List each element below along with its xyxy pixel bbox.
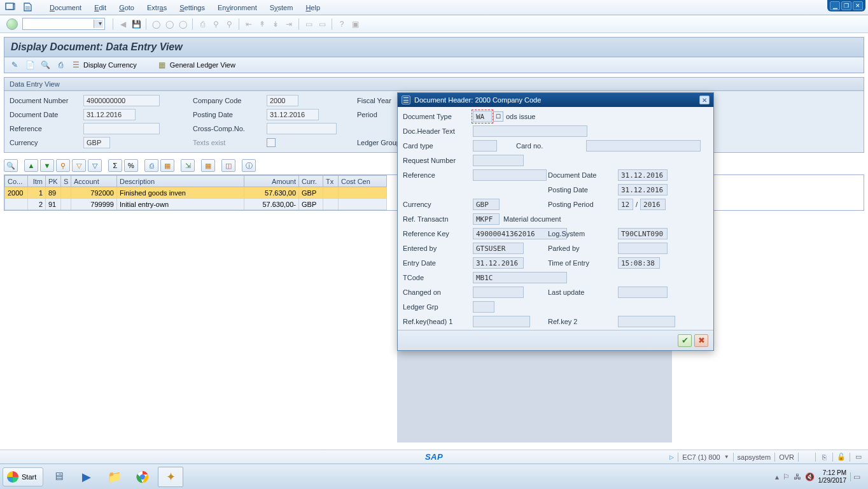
set-filter-button[interactable]: ▽ [88,159,102,172]
col-account[interactable]: Account [71,176,117,187]
lock-icon[interactable]: 🔓 [837,453,846,462]
message-triangle-icon[interactable]: ▷ [669,454,674,460]
back-nav-icon[interactable]: ◯ [150,18,162,30]
posting-period-2-value[interactable]: 2016 [640,199,666,210]
d-docdate-value[interactable]: 31.12.2016 [618,169,668,181]
window-menu-icon[interactable] [5,3,17,13]
cancel-icon[interactable]: ◯ [177,18,188,30]
total-button[interactable]: Σ [108,159,122,172]
shortcut-icon[interactable]: ▭ [316,18,328,30]
find-next-icon[interactable]: ⚲ [223,18,235,30]
find-button[interactable]: ⚲ [56,159,70,172]
tcode-value[interactable]: MB1C [473,272,567,283]
first-page-icon[interactable]: ⇤ [243,18,255,30]
d-currency-value[interactable]: GBP [473,199,500,210]
show-hidden-icon[interactable]: ▴ [775,472,779,481]
company-code-value[interactable]: 2000 [267,95,298,106]
reference-value[interactable] [83,123,160,134]
crosscomp-value[interactable] [267,123,337,134]
next-page-icon[interactable]: ↡ [270,18,281,30]
menu-help[interactable]: Help [299,3,326,13]
parked-by-value[interactable] [618,243,668,254]
col-costcen[interactable]: Cost Cen [339,176,387,187]
card-type-value[interactable] [473,140,497,152]
export-button[interactable]: ⇲ [181,159,195,172]
entry-date-value[interactable]: 31.12.2016 [473,257,524,269]
back-icon[interactable]: ◀ [117,18,129,30]
enter-button[interactable] [6,18,18,30]
col-desc[interactable]: Description [117,176,244,187]
col-pk[interactable]: PK [46,176,61,187]
network-tray-icon[interactable]: 🖧 [794,472,801,481]
help-icon[interactable]: ? [336,18,347,30]
close-button[interactable]: ✕ [853,1,863,10]
sort-asc-button[interactable]: ▲ [24,159,38,172]
currency-value[interactable]: GBP [83,137,110,148]
abap-icon[interactable]: ⎘ [820,453,829,462]
dialog-cancel-button[interactable]: ✖ [694,334,708,347]
last-page-icon[interactable]: ⇥ [283,18,295,30]
filter-button[interactable]: ▽ [72,159,86,172]
restore-button[interactable]: ❐ [841,1,851,10]
display-currency-button[interactable]: ☰Display Currency [71,60,137,70]
table-row[interactable]: 2000189792000Finished goods inven57.630,… [5,187,387,199]
other-doc-icon[interactable]: 📄 [25,60,35,70]
views-button[interactable]: ▦ [160,159,174,172]
save-icon[interactable]: 💾 [130,18,142,30]
menu-document[interactable]: Document [43,3,88,13]
header-text-value[interactable] [473,125,587,137]
info-button[interactable]: ⓘ [242,159,256,172]
changed-on-value[interactable] [473,287,524,298]
graphic-button[interactable]: ◫ [221,159,235,172]
refkey2-value[interactable] [618,316,675,327]
taskbar-clock[interactable]: 7:12 PM 1/29/2017 [818,469,847,485]
new-session-icon[interactable]: ▭ [303,18,314,30]
okcode-field[interactable] [22,18,105,30]
posting-period-1-value[interactable]: 12 [618,199,633,210]
col-s[interactable]: S [61,176,71,187]
select-header-icon[interactable]: 🔍 [40,60,50,70]
col-amount[interactable]: Amount [244,176,299,187]
menu-settings[interactable]: Settings [173,3,211,13]
menu-environment[interactable]: Environment [211,3,263,13]
subtotal-button[interactable]: % [124,159,138,172]
last-update-value[interactable] [618,287,668,298]
local-layout-icon[interactable]: ▭ [854,453,863,462]
print-preview-button[interactable]: ⎙ [144,159,158,172]
flag-icon[interactable]: ⚐ [783,472,790,481]
f4-help-button[interactable]: ☐ [493,111,503,122]
explorer-task-icon[interactable]: 📁 [102,467,127,487]
card-no-value[interactable] [586,140,701,152]
details-button[interactable]: 🔍 [4,159,18,172]
prev-page-icon[interactable]: ↟ [256,18,268,30]
menu-edit[interactable]: Edit [88,3,113,13]
general-ledger-view-button[interactable]: ▦General Ledger View [157,60,235,70]
dialog-sys-icon[interactable]: ☰ [402,96,410,104]
col-co[interactable]: Co... [5,176,28,187]
d-reference-value[interactable] [473,169,547,181]
minimize-button[interactable]: ▁ [830,1,840,10]
refkey1-value[interactable] [473,316,530,327]
request-number-value[interactable] [473,155,524,166]
server-manager-task-icon[interactable]: 🖥 [46,467,71,487]
time-of-entry-value[interactable]: 15:08:38 [618,257,660,269]
col-tx[interactable]: Tx [323,176,339,187]
table-row[interactable]: 291799999Initial entry-own57.630,00-GBP [5,199,387,210]
toggle-icon[interactable]: ✎ [10,60,20,70]
volume-icon[interactable]: 🔇 [805,472,815,481]
entered-by-value[interactable]: GTSUSER [473,243,524,254]
layout-icon[interactable]: ▣ [349,18,361,30]
start-button[interactable]: Start [3,467,43,486]
sapgui-task-icon[interactable]: ✦ [158,467,183,487]
powershell-task-icon[interactable]: ▶ [74,467,99,487]
dialog-ok-button[interactable]: ✔ [678,334,692,347]
menu-system[interactable]: System [263,3,300,13]
taxes-icon[interactable]: ⎙ [55,60,66,70]
print-icon[interactable]: ⎙ [197,18,208,30]
dialog-close-button[interactable]: ✕ [699,96,710,104]
sort-desc-button[interactable]: ▼ [40,159,54,172]
show-desktop-button[interactable]: ▭ [850,472,860,481]
log-system-value[interactable]: T90CLNT090 [618,228,668,239]
doc-number-value[interactable]: 4900000000 [83,95,160,106]
ref-transactn-value[interactable]: MKPF [473,213,500,225]
